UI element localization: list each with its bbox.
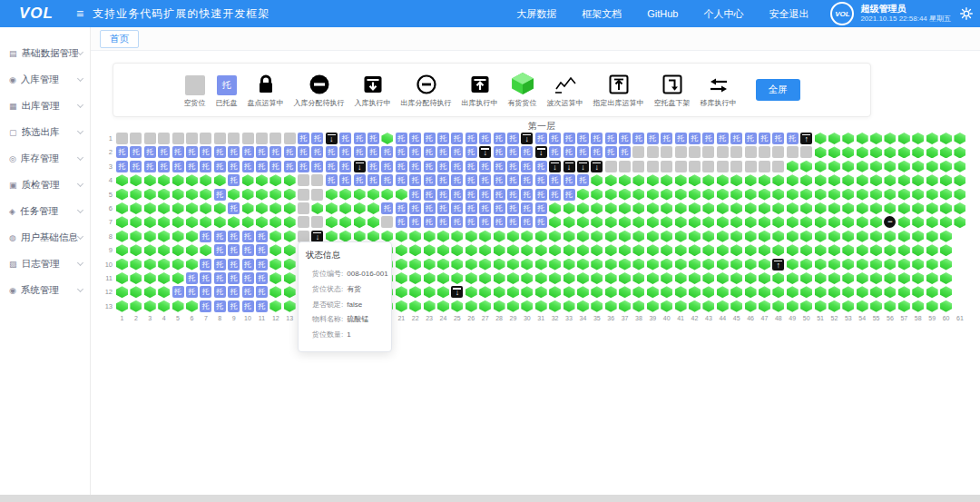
slot-goods[interactable] (912, 216, 924, 228)
sidebar-item-8[interactable]: ▨ 日志管理 (0, 251, 90, 277)
slot-goods[interactable] (186, 259, 198, 271)
slot-pallet[interactable]: 托 (228, 286, 240, 298)
slot-empty[interactable] (702, 161, 714, 172)
slot-goods[interactable] (898, 161, 910, 172)
slot-goods[interactable] (424, 259, 436, 271)
slot-goods[interactable] (130, 202, 142, 214)
slot-pallet[interactable]: 托 (437, 133, 449, 144)
slot-goods[interactable] (730, 174, 742, 186)
slot-goods[interactable] (661, 174, 672, 186)
slot-goods[interactable] (759, 259, 770, 271)
nav-item-profile[interactable]: 个人中心 (703, 7, 743, 21)
slot-goods[interactable] (815, 300, 827, 312)
slot-goods[interactable] (772, 231, 784, 242)
slot-goods[interactable] (632, 286, 644, 298)
slot-goods[interactable] (772, 300, 784, 312)
slot-pallet[interactable]: 托 (494, 174, 505, 186)
slot-pallet[interactable]: 托 (311, 133, 323, 144)
slot-goods[interactable] (940, 244, 952, 256)
slot-goods[interactable] (912, 189, 924, 201)
slot-pallet[interactable]: 托 (577, 133, 589, 144)
slot-goods[interactable] (800, 259, 812, 271)
slot-goods[interactable] (689, 272, 701, 284)
slot-pallet[interactable]: 托 (172, 286, 184, 298)
nav-item-big-screen[interactable]: 大屏数据 (516, 7, 556, 21)
slot-pallet[interactable]: 托 (409, 133, 421, 144)
slot-goods[interactable] (940, 133, 952, 144)
slot-pallet[interactable]: 托 (381, 161, 393, 172)
slot-pallet[interactable]: 托 (494, 216, 505, 228)
slot-goods[interactable] (842, 286, 854, 298)
slot-goods[interactable] (842, 189, 854, 201)
nav-item-logout[interactable]: 安全退出 (769, 7, 808, 21)
slot-pallet[interactable]: 托 (298, 133, 309, 144)
slot-goods[interactable] (591, 300, 603, 312)
slot-pallet[interactable]: 托 (339, 146, 351, 158)
slot-goods[interactable] (424, 300, 436, 312)
slot-empty[interactable] (381, 216, 393, 228)
slot-inbound-executing[interactable]: ↓ (577, 161, 589, 172)
slot-goods[interactable] (661, 272, 672, 284)
slot-goods[interactable] (186, 300, 198, 312)
slot-goods[interactable] (424, 231, 436, 242)
slot-goods[interactable] (354, 216, 366, 228)
slot-goods[interactable] (158, 244, 170, 256)
slot-goods[interactable] (144, 202, 156, 214)
slot-goods[interactable] (479, 231, 491, 242)
slot-pallet[interactable]: 托 (381, 146, 393, 158)
slot-pallet[interactable]: 托 (242, 231, 254, 242)
nav-item-docs[interactable]: 框架文档 (582, 7, 622, 21)
slot-goods[interactable] (354, 202, 366, 214)
slot-goods[interactable] (437, 259, 449, 271)
slot-goods[interactable] (702, 216, 714, 228)
slot-pallet[interactable]: 托 (675, 133, 687, 144)
slot-goods[interactable] (870, 272, 882, 284)
slot-goods[interactable] (898, 174, 910, 186)
slot-goods[interactable] (730, 202, 742, 214)
slot-goods[interactable] (730, 286, 742, 298)
slot-empty[interactable] (172, 133, 184, 144)
slot-goods[interactable] (815, 133, 827, 144)
slot-pallet[interactable]: 托 (214, 161, 226, 172)
slot-goods[interactable] (857, 202, 868, 214)
slot-goods[interactable] (479, 286, 491, 298)
slot-pallet[interactable]: 托 (409, 189, 421, 201)
slot-goods[interactable] (787, 161, 799, 172)
slot-empty[interactable] (311, 216, 323, 228)
slot-goods[interactable] (396, 300, 407, 312)
slot-goods[interactable] (172, 231, 184, 242)
slot-goods[interactable] (940, 161, 952, 172)
slot-goods[interactable] (759, 189, 770, 201)
slot-goods[interactable] (451, 231, 463, 242)
slot-pallet[interactable]: 托 (256, 146, 268, 158)
slot-goods[interactable] (368, 231, 379, 242)
slot-empty[interactable] (270, 133, 281, 144)
slot-goods[interactable] (507, 244, 519, 256)
slot-goods[interactable] (745, 189, 757, 201)
slot-goods[interactable] (591, 189, 603, 201)
slot-pallet[interactable]: 托 (437, 189, 449, 201)
slot-pallet[interactable]: 托 (144, 161, 156, 172)
slot-goods[interactable] (284, 286, 296, 298)
slot-goods[interactable] (870, 189, 882, 201)
slot-inbound-executing[interactable]: ↓ (549, 161, 561, 172)
slot-pallet[interactable]: 托 (619, 133, 631, 144)
slot-goods[interactable] (800, 286, 812, 298)
slot-pallet[interactable]: 托 (521, 161, 533, 172)
slot-pallet[interactable]: 托 (409, 216, 421, 228)
slot-goods[interactable] (800, 272, 812, 284)
slot-pallet[interactable]: 托 (479, 133, 491, 144)
slot-pallet[interactable]: 托 (200, 272, 211, 284)
slot-pallet[interactable]: 托 (339, 133, 351, 144)
slot-inbound-executing[interactable]: ↓ (311, 231, 323, 242)
slot-goods[interactable] (116, 216, 128, 228)
slot-goods[interactable] (591, 272, 603, 284)
slot-goods[interactable] (828, 300, 840, 312)
slot-goods[interactable] (870, 244, 882, 256)
slot-pallet[interactable]: 托 (507, 216, 519, 228)
slot-goods[interactable] (912, 244, 924, 256)
slot-goods[interactable] (494, 231, 505, 242)
slot-goods[interactable] (549, 244, 561, 256)
slot-goods[interactable] (730, 300, 742, 312)
slot-pallet[interactable]: 托 (437, 202, 449, 214)
